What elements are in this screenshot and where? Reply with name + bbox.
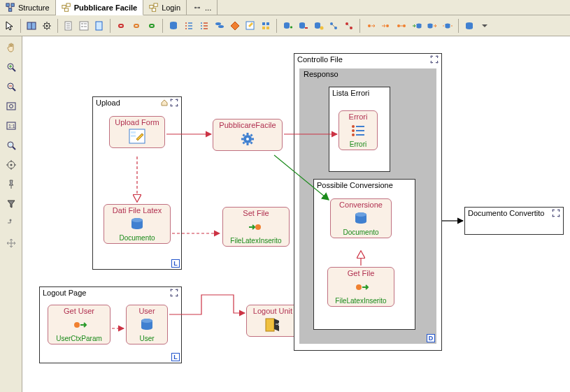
unit-pubblicare-facile[interactable]: PubblicareFacile <box>213 119 283 151</box>
pin-tool[interactable] <box>4 177 18 191</box>
page-doc-convertito[interactable]: Documento Convertito <box>464 207 564 235</box>
svg-point-110 <box>356 284 362 290</box>
unit-set-file[interactable]: Set File FileLatexInserito <box>222 207 290 247</box>
svg-point-42 <box>218 25 224 28</box>
svg-rect-9 <box>154 3 157 6</box>
dot-out-icon[interactable] <box>364 19 378 33</box>
badge-L: L <box>171 259 180 268</box>
form-icon[interactable] <box>77 19 91 33</box>
tab-structure[interactable]: Structure <box>0 0 56 15</box>
pointer-tool[interactable] <box>3 19 17 33</box>
svg-point-98 <box>74 322 80 328</box>
zoom-out-tool[interactable] <box>4 80 18 94</box>
expand-icon[interactable] <box>170 99 178 107</box>
document-icon[interactable] <box>62 19 76 33</box>
svg-point-29 <box>185 22 187 24</box>
expand-icon[interactable] <box>552 209 560 217</box>
svg-point-61 <box>397 24 400 27</box>
svg-rect-92 <box>131 135 136 137</box>
db-in-icon[interactable] <box>410 19 424 33</box>
panel-title: Lista Errori <box>329 87 390 99</box>
link-red-icon[interactable] <box>114 19 128 33</box>
svg-rect-44 <box>262 22 265 25</box>
page-icon[interactable] <box>24 19 38 33</box>
diamond-icon[interactable] <box>228 19 242 33</box>
link-green-icon[interactable] <box>145 19 159 33</box>
target-tool[interactable] <box>4 158 18 172</box>
db-final-icon[interactable] <box>462 19 476 33</box>
db-out-icon[interactable] <box>425 19 439 33</box>
svg-rect-1 <box>11 3 14 6</box>
unit-title: PubblicareFacile <box>216 121 279 129</box>
filter-tool[interactable] <box>4 197 18 211</box>
link-orange-icon[interactable] <box>129 19 143 33</box>
svg-rect-23 <box>81 23 83 24</box>
zoom-actual-tool[interactable]: 1:1 <box>4 119 18 133</box>
expand-icon[interactable] <box>170 289 178 297</box>
svg-point-60 <box>386 24 389 27</box>
grid-icon[interactable] <box>259 19 273 33</box>
svg-rect-46 <box>262 27 265 29</box>
db-sync-icon[interactable] <box>441 19 455 33</box>
tab-login[interactable]: Login <box>143 0 187 15</box>
tab-pubblicare[interactable]: Pubblicare Facile <box>56 0 143 15</box>
zoom-region-tool[interactable] <box>4 138 18 152</box>
page-title: Upload <box>93 97 181 108</box>
unit-get-file[interactable]: Get File FileLatexInserito <box>327 267 394 307</box>
expand-icon[interactable] <box>430 55 439 64</box>
database-icon <box>138 317 156 333</box>
svg-point-59 <box>368 24 371 27</box>
unit-logout[interactable]: Logout Unit <box>246 305 299 337</box>
svg-point-83 <box>10 164 12 166</box>
svg-rect-101 <box>266 319 274 331</box>
db-icon[interactable] <box>166 19 180 33</box>
connect-icon[interactable] <box>327 19 341 33</box>
svg-point-35 <box>201 22 202 24</box>
new-page-icon[interactable] <box>92 19 106 33</box>
unit-conversione[interactable]: Conversione Documento <box>330 198 392 238</box>
svg-rect-8 <box>150 5 153 8</box>
list2-icon[interactable] <box>197 19 211 33</box>
tab-more[interactable]: ... <box>187 0 218 15</box>
svg-text:1:1: 1:1 <box>8 124 15 129</box>
dropdown-icon[interactable] <box>478 19 492 33</box>
hand-tool[interactable] <box>4 41 18 55</box>
unit-user[interactable]: User User <box>126 305 168 344</box>
svg-line-58 <box>348 24 350 27</box>
svg-point-103 <box>352 129 355 132</box>
canvas[interactable]: Upload L Upload Form Dati File Latex Doc… <box>22 36 570 392</box>
svg-rect-45 <box>266 22 269 25</box>
unit-title: Set File <box>226 209 286 217</box>
tab-label: Pubblicare Facile <box>74 3 137 12</box>
arrows-tool[interactable] <box>4 236 18 250</box>
list-icon[interactable] <box>182 19 196 33</box>
param-out-icon <box>352 279 370 296</box>
note-tool[interactable] <box>4 217 18 231</box>
more-icon <box>192 3 202 13</box>
db-minus-icon[interactable] <box>296 19 310 33</box>
dot-both-icon[interactable] <box>394 19 408 33</box>
unit-get-user[interactable]: Get User UserCtxParam <box>48 305 111 344</box>
dot-in-icon[interactable] <box>379 19 393 33</box>
gear-icon[interactable] <box>40 19 54 33</box>
svg-point-89 <box>9 219 11 222</box>
db-plus-icon[interactable] <box>280 19 294 33</box>
svg-rect-10 <box>152 8 156 10</box>
unit-errori[interactable]: Errori Errori <box>339 110 378 150</box>
svg-line-55 <box>332 24 335 27</box>
toolbar <box>0 15 570 36</box>
unit-upload-form[interactable]: Upload Form <box>109 116 165 148</box>
unit-dati-file-latex[interactable]: Dati File Latex Documento <box>104 204 171 244</box>
db-edit-icon[interactable] <box>311 19 325 33</box>
svg-rect-24 <box>81 26 83 27</box>
edit-form-icon[interactable] <box>243 19 257 33</box>
unit-title: Dati File Latex <box>107 206 167 215</box>
svg-point-97 <box>255 224 261 230</box>
disconnect-icon[interactable] <box>342 19 356 33</box>
svg-point-41 <box>215 22 221 25</box>
zoom-in-tool[interactable] <box>4 60 18 74</box>
zoom-fit-tool[interactable] <box>4 99 18 113</box>
dbstack-icon[interactable] <box>213 19 227 33</box>
unit-title: Get User <box>51 307 107 315</box>
svg-point-76 <box>9 105 13 108</box>
